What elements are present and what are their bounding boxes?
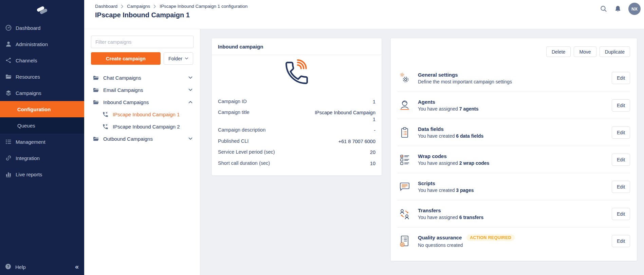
tree-campaign-label: IPscape Inbound Campaign 1 xyxy=(113,112,180,117)
folder-icon xyxy=(5,73,12,80)
folder-dropdown-label: Folder xyxy=(168,56,182,61)
main-content: Inbound campaign Campaign ID 1 Campaign … xyxy=(200,29,644,275)
detail-row-short-call: Short call duration (sec) 10 xyxy=(218,158,375,169)
script-icon xyxy=(398,180,412,194)
tree-folder-email-campaigns[interactable]: Email Campaigns xyxy=(84,84,200,96)
action-required-badge: ACTION REQUIRED xyxy=(466,234,515,241)
edit-transfers-button[interactable]: Edit xyxy=(612,208,630,220)
sidebar-item-label: Configuration xyxy=(17,106,51,112)
breadcrumb-dashboard[interactable]: Dashboard xyxy=(95,4,117,9)
tree-item-ipscape-inbound-campaign-1[interactable]: IPscape Inbound Campaign 1 xyxy=(84,108,200,120)
tree-folder-chat-campaigns[interactable]: Chat Campaigns xyxy=(84,72,200,84)
tree-folder-outbound-campaigns[interactable]: Outbound Campaigns xyxy=(84,133,200,145)
settings-row-wrap-codes: Wrap codes You have assigned 2 wrap code… xyxy=(398,146,630,173)
tree-item-ipscape-inbound-campaign-2[interactable]: IPscape Inbound Campaign 2 xyxy=(84,120,200,133)
move-button[interactable]: Move xyxy=(574,46,596,57)
sidebar-nav: Dashboard Administration Channels Resour… xyxy=(0,20,84,182)
campaign-settings-card: Delete Move Duplicate General xyxy=(390,38,637,261)
delete-button[interactable]: Delete xyxy=(546,46,571,57)
tree-folder-inbound-campaigns[interactable]: Inbound Campaigns xyxy=(84,96,200,108)
detail-row-campaign-description: Campaign description - xyxy=(218,125,375,136)
sidebar-item-dashboard[interactable]: Dashboard xyxy=(0,20,84,36)
edit-agents-button[interactable]: Edit xyxy=(612,99,630,112)
edit-scripts-button[interactable]: Edit xyxy=(612,181,630,193)
edit-quality-assurance-button[interactable]: Edit xyxy=(612,235,630,247)
link-icon xyxy=(5,155,12,162)
tree-folder-label: Inbound Campaigns xyxy=(103,99,149,105)
duplicate-button[interactable]: Duplicate xyxy=(600,46,630,57)
sidebar-item-label: Campaigns xyxy=(16,90,41,96)
chevron-down-icon[interactable] xyxy=(188,76,192,79)
detail-row-campaign-id: Campaign ID 1 xyxy=(218,96,375,107)
detail-row-campaign-title: Campaign title IPscape Inbound Campaign … xyxy=(218,107,375,125)
settings-row-title: Wrap codes xyxy=(418,153,447,159)
avatar[interactable]: NX xyxy=(628,3,641,15)
ipscape-logo[interactable] xyxy=(0,0,84,18)
sidebar-item-channels[interactable]: Channels xyxy=(0,52,84,68)
detail-label: Short call duration (sec) xyxy=(218,160,270,166)
help-label: Help xyxy=(15,264,26,270)
sidebar-item-management[interactable]: Management xyxy=(0,134,84,150)
sidebar-item-campaigns[interactable]: Campaigns xyxy=(0,85,84,101)
create-campaign-button[interactable]: Create campaign xyxy=(91,52,161,65)
detail-value: +61 8 7007 6000 xyxy=(338,138,375,145)
settings-row-title: Agents xyxy=(418,99,435,105)
edit-general-settings-button[interactable]: Edit xyxy=(612,72,630,84)
sidebar-item-label: Resources xyxy=(16,74,40,80)
detail-label: Campaign title xyxy=(218,110,250,115)
sidebar-item-label: Management xyxy=(16,139,45,145)
checklist-icon xyxy=(398,153,412,167)
collapse-sidebar-icon[interactable]: « xyxy=(75,263,79,271)
settings-row-title: General settings xyxy=(418,72,458,78)
chevron-down-icon[interactable] xyxy=(188,137,192,140)
edit-wrap-codes-button[interactable]: Edit xyxy=(612,154,630,166)
chevron-up-icon[interactable] xyxy=(188,101,192,103)
inbound-call-icon xyxy=(102,111,109,118)
sidebar-item-live-reports[interactable]: Live reports xyxy=(0,166,84,182)
transfer-icon xyxy=(398,207,412,221)
sidebar: Dashboard Administration Channels Resour… xyxy=(0,0,84,275)
sidebar-item-label: Live reports xyxy=(16,172,42,177)
topbar: Dashboard Campaigns IPscape Inbound Camp… xyxy=(84,0,644,29)
sidebar-item-configuration[interactable]: Configuration xyxy=(0,101,84,117)
bell-icon[interactable] xyxy=(614,5,622,13)
dashboard-icon xyxy=(5,24,12,32)
layers-icon xyxy=(5,90,12,97)
settings-row-data-fields: Data fields You have created 6 data fiel… xyxy=(398,119,630,146)
bar-chart-icon xyxy=(5,171,12,178)
inbound-call-icon xyxy=(102,123,109,130)
campaign-browser-panel: Create campaign Folder Chat Campaigns Em… xyxy=(84,29,200,275)
person-icon xyxy=(5,41,12,48)
sidebar-item-label: Integration xyxy=(16,155,40,161)
breadcrumb-current: IPscape Inbound Campaign 1 configuration xyxy=(160,4,247,9)
search-icon[interactable] xyxy=(600,5,607,13)
chevron-down-icon[interactable] xyxy=(188,89,192,91)
sidebar-item-resources[interactable]: Resources xyxy=(0,68,84,85)
settings-row-title: Scripts xyxy=(418,180,435,186)
sidebar-item-label: Administration xyxy=(16,41,48,47)
campaign-card-header: Inbound campaign xyxy=(212,38,382,55)
settings-row-title: Data fields xyxy=(418,126,444,132)
edit-data-fields-button[interactable]: Edit xyxy=(612,126,630,139)
settings-row-agents: Agents You have assigned 7 agents Edit xyxy=(398,92,630,119)
sidebar-item-help[interactable]: ? Help xyxy=(0,259,84,275)
folder-icon xyxy=(92,135,99,142)
detail-value: 1 xyxy=(373,99,375,105)
settings-row-description: You have created 6 data fields xyxy=(418,133,606,139)
filter-campaigns-input[interactable] xyxy=(91,36,194,48)
network-icon xyxy=(5,57,12,64)
qa-star-icon xyxy=(398,234,412,248)
svg-text:?: ? xyxy=(7,264,10,269)
detail-row-service-level: Service Level period (sec) 20 xyxy=(218,147,375,158)
folder-dropdown-button[interactable]: Folder xyxy=(164,52,193,65)
sidebar-item-queues[interactable]: Queues xyxy=(0,117,84,134)
page-title: IPscape Inbound Campaign 1 xyxy=(95,11,190,19)
settings-row-description: You have assigned 6 transfers xyxy=(418,215,606,220)
sidebar-item-label: Dashboard xyxy=(16,25,40,31)
sidebar-item-administration[interactable]: Administration xyxy=(0,36,84,52)
breadcrumb-campaigns[interactable]: Campaigns xyxy=(127,4,150,9)
question-icon: ? xyxy=(5,263,12,271)
list-icon xyxy=(5,138,12,145)
sidebar-item-integration[interactable]: Integration xyxy=(0,150,84,166)
detail-value: 10 xyxy=(370,160,375,167)
